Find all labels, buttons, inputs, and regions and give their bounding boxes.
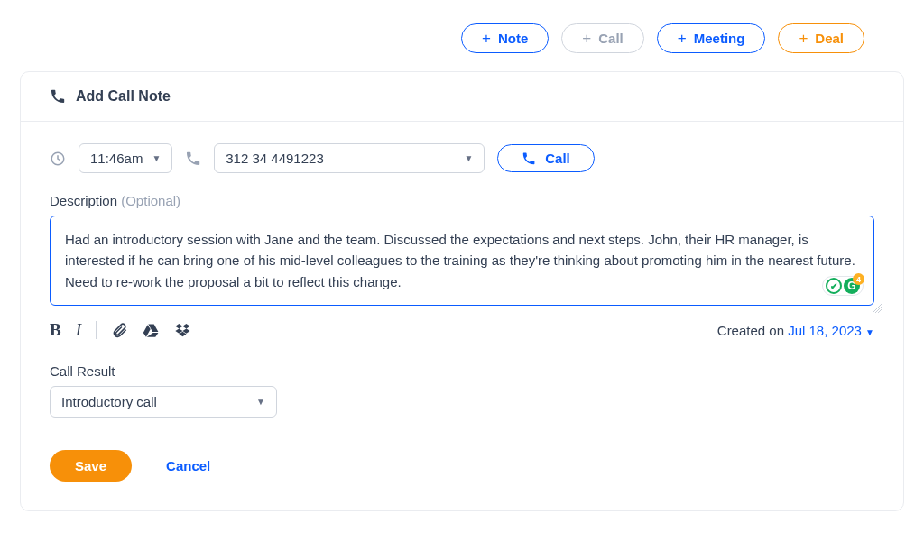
plus-icon: + (482, 31, 491, 46)
phone-icon (185, 151, 201, 167)
clock-icon (50, 151, 66, 167)
created-on-date: Jul 18, 2023 (788, 323, 862, 338)
footer-actions: Save Cancel (50, 450, 874, 482)
phone-select[interactable]: 312 34 4491223 ▼ (214, 143, 485, 173)
time-select[interactable]: 11:46am ▼ (79, 143, 172, 173)
call-note-card: Add Call Note 11:46am ▼ 312 34 4491223 ▼ (20, 71, 904, 511)
call-result-select[interactable]: Introductory call ▼ (50, 386, 277, 418)
phone-value: 312 34 4491223 (226, 151, 323, 166)
card-body: 11:46am ▼ 312 34 4491223 ▼ Call Descript… (21, 122, 903, 510)
grammarly-widget[interactable]: ✔ G 4 (822, 276, 864, 296)
meeting-label: Meeting (694, 31, 745, 46)
add-meeting-button[interactable]: + Meeting (657, 23, 766, 53)
description-optional: (Optional) (121, 193, 180, 208)
add-note-button[interactable]: + Note (461, 23, 549, 53)
plus-icon: + (582, 31, 591, 46)
chevron-down-icon: ▼ (152, 153, 161, 163)
call-label: Call (598, 31, 624, 46)
created-on-label: Created on (717, 323, 788, 338)
bold-icon[interactable]: B (50, 320, 61, 340)
toolbar-icons: B I (50, 320, 191, 340)
call-result-label: Call Result (50, 363, 874, 379)
chevron-down-icon: ▼ (464, 153, 473, 163)
attachment-icon[interactable] (111, 322, 128, 339)
italic-icon[interactable]: I (76, 320, 81, 340)
description-input[interactable]: Had an introductory session with Jane an… (50, 216, 874, 306)
card-header: Add Call Note (21, 72, 903, 122)
description-label-text: Description (50, 193, 117, 208)
created-on[interactable]: Created on Jul 18, 2023 ▼ (717, 323, 874, 338)
call-result-value: Introductory call (61, 394, 157, 409)
cancel-button[interactable]: Cancel (166, 458, 210, 473)
google-drive-icon[interactable] (143, 322, 160, 339)
add-deal-button[interactable]: + Deal (778, 23, 864, 53)
grammarly-count: 4 (853, 273, 864, 285)
editor-toolbar: B I Created on Jul 18, 2023 ▼ (50, 320, 874, 340)
description-wrap: Had an introductory session with Jane an… (50, 216, 874, 306)
plus-icon: + (678, 31, 687, 46)
dropbox-icon[interactable] (174, 322, 191, 339)
chevron-down-icon: ▼ (256, 397, 265, 407)
description-label: Description (Optional) (50, 193, 874, 208)
chevron-down-icon: ▼ (865, 327, 874, 337)
grammarly-icon: G 4 (844, 278, 860, 294)
top-actions: + Note + Call + Meeting + Deal (11, 0, 913, 71)
plus-icon: + (799, 31, 808, 46)
add-call-button: + Call (561, 23, 643, 53)
time-value: 11:46am (90, 151, 143, 166)
card-title: Add Call Note (76, 88, 171, 105)
phone-icon (50, 88, 66, 105)
call-button[interactable]: Call (497, 144, 595, 172)
phone-icon (522, 151, 536, 166)
call-button-label: Call (545, 151, 570, 166)
call-result-section: Call Result Introductory call ▼ (50, 363, 874, 418)
datetime-phone-row: 11:46am ▼ 312 34 4491223 ▼ Call (50, 143, 874, 173)
note-label: Note (498, 31, 528, 46)
grammarly-shield-icon: ✔ (826, 278, 842, 294)
toolbar-divider (96, 321, 97, 339)
deal-label: Deal (815, 31, 844, 46)
save-button[interactable]: Save (50, 450, 132, 482)
